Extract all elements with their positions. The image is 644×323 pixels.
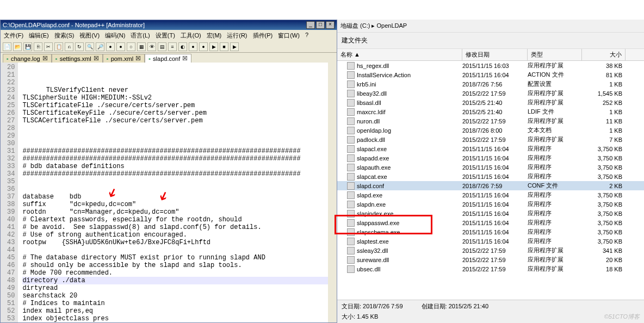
code-line[interactable]: TLSCertificateKeyFile ./secure/certs/ser… xyxy=(22,109,206,117)
code-line[interactable]: # should only be accessible by the slapd… xyxy=(22,262,242,269)
maximize-button[interactable]: □ xyxy=(316,21,325,29)
toolbar-icon[interactable]: ◐ xyxy=(178,42,187,51)
toolbar-icon[interactable]: 📄 xyxy=(3,42,11,51)
toolbar-icon[interactable]: ⎌ xyxy=(65,42,73,51)
toolbar-icon[interactable]: ● xyxy=(189,42,197,51)
editor-tab[interactable]: ▪change.log☒ xyxy=(3,54,52,63)
minimize-button[interactable]: _ xyxy=(306,21,315,29)
toolbar-icon[interactable]: ▤ xyxy=(158,42,166,51)
file-row[interactable]: hs_regex.dll2015/11/15 16:03应用程序扩展38 KB xyxy=(337,61,644,70)
file-row[interactable]: slaptest.exe2015/11/15 16:04应用程序3,750 KB xyxy=(337,237,644,246)
menu-item[interactable]: 运行(R) xyxy=(226,31,248,40)
toolbar-icon[interactable]: ⎘ xyxy=(34,42,42,51)
toolbar-icon[interactable]: 💾 xyxy=(23,42,32,51)
code-line[interactable]: # Mode 700 recommended. xyxy=(22,269,113,277)
toolbar-icon[interactable]: ● xyxy=(116,42,125,51)
menu-item[interactable]: 设置(T) xyxy=(154,31,176,40)
file-row[interactable]: slapdn.exe2015/11/15 16:04应用程序3,750 KB xyxy=(337,200,644,209)
toolbar-icon[interactable]: 👁 xyxy=(147,42,156,51)
file-list[interactable]: hs_regex.dll2015/11/15 16:03应用程序扩展38 KBI… xyxy=(337,61,644,300)
code-line[interactable]: TLSVerifyClient never xyxy=(46,86,128,94)
code-line[interactable]: ########################################… xyxy=(22,155,300,163)
code-line[interactable]: rootdn "cn=Manager,dc=kpedu,dc=com" xyxy=(22,208,179,216)
code-line[interactable]: index mail pres,eq xyxy=(22,307,93,315)
col-date[interactable]: 修改日期 xyxy=(462,49,528,60)
new-folder-button[interactable]: 建文件夹 xyxy=(337,33,644,49)
explorer-columns[interactable]: 名称 ▲ 修改日期 类型 大小 xyxy=(337,49,644,61)
npp-titlebar[interactable]: C:\OpenLDAP\slapd.conf - Notepad++ [Admi… xyxy=(1,20,337,30)
code-line[interactable]: ########################################… xyxy=(22,170,300,178)
tab-close-icon[interactable]: ☒ xyxy=(182,55,188,62)
editor-tab[interactable]: ▪slapd.conf☒ xyxy=(145,54,191,63)
file-row[interactable]: libsasl.dll2015/2/5 21:40应用程序扩展252 KB xyxy=(337,98,644,107)
tab-close-icon[interactable]: ☒ xyxy=(94,55,99,62)
col-size[interactable]: 大小 xyxy=(582,49,626,60)
vertical-scrollbar[interactable] xyxy=(328,63,337,322)
menu-item[interactable]: 宏(M) xyxy=(206,31,223,40)
code-line[interactable]: TLSCACertificateFile ./secure/certs/serv… xyxy=(22,117,202,125)
toolbar-icon[interactable]: 🔍 xyxy=(85,42,94,51)
code-line[interactable]: TLSCipherSuite HIGH:MEDIUM:-SSLv2 xyxy=(22,94,152,102)
code-line[interactable]: TLSCertificateFile ./secure/certs/server… xyxy=(22,102,195,109)
col-type[interactable]: 类型 xyxy=(528,49,582,60)
toolbar-icon[interactable]: ○ xyxy=(127,42,135,51)
file-row[interactable]: openldap.log2018/7/26 8:00文本文档1 KB xyxy=(337,126,644,135)
code-line[interactable]: index objectclass pres xyxy=(22,315,108,322)
code-line[interactable]: rootpw {SSHA}uUD5K6nUKw+te6J/BxeJFC8qFi+… xyxy=(22,239,210,246)
menu-item[interactable]: 编辑(E) xyxy=(28,31,50,40)
code-line[interactable]: dirtyread xyxy=(22,284,58,292)
toolbar-icon[interactable]: ▦ xyxy=(137,42,146,51)
explorer-address[interactable]: 地磁盘 (C:) ▸ OpenLDAP xyxy=(337,20,644,33)
toolbar-icon[interactable]: ▶ xyxy=(230,42,239,51)
menu-item[interactable]: 工具(O) xyxy=(179,31,202,40)
npp-editor[interactable]: 20 21 22 23 24 25 26 27 28 29 30 31 32 3… xyxy=(1,63,337,322)
file-row[interactable]: slapindex.exe2015/11/15 16:04应用程序3,750 K… xyxy=(337,209,644,218)
toolbar-icon[interactable]: ✂ xyxy=(44,42,53,51)
file-row[interactable]: padlock.dll2015/2/22 17:59应用程序扩展7 KB xyxy=(337,135,644,144)
menu-item[interactable]: ? xyxy=(304,31,309,40)
toolbar-icon[interactable]: ≡ xyxy=(168,42,177,51)
file-row[interactable]: krb5.ini2018/7/26 7:56配置设置1 KB xyxy=(337,79,644,89)
file-row[interactable]: sureware.dll2015/2/22 17:59应用程序扩展20 KB xyxy=(337,255,644,264)
file-row[interactable]: slapschema.exe2015/11/15 16:04应用程序3,750 … xyxy=(337,227,644,237)
code-line[interactable]: # Cleartext passwords, especially for th… xyxy=(22,216,242,223)
toolbar-icon[interactable]: ● xyxy=(106,42,115,51)
file-row[interactable]: InstallService.Action2015/11/15 16:04ACT… xyxy=(337,70,644,79)
menu-item[interactable]: 文件(F) xyxy=(3,31,24,40)
menu-item[interactable]: 视图(V) xyxy=(78,31,101,40)
tab-close-icon[interactable]: ☒ xyxy=(135,55,141,62)
code-line[interactable]: # be avoid. See slappasswd(8) and slapd.… xyxy=(22,223,261,231)
col-name[interactable]: 名称 ▲ xyxy=(337,49,462,60)
menu-item[interactable]: 插件(P) xyxy=(252,31,274,40)
toolbar-icon[interactable]: 📋 xyxy=(54,42,63,51)
code-line[interactable]: ########################################… xyxy=(22,147,300,155)
code-line[interactable]: suffix "dc=kpedu,dc=com" xyxy=(22,201,136,208)
code-line[interactable]: # bdb database definitions xyxy=(22,163,124,170)
toolbar-icon[interactable]: 🔎 xyxy=(96,42,104,51)
toolbar-icon[interactable]: 📂 xyxy=(13,42,22,51)
code-line[interactable]: # Use of strong authentication encourage… xyxy=(22,231,187,239)
toolbar-icon[interactable]: ● xyxy=(199,42,208,51)
menu-item[interactable]: 编码(N) xyxy=(104,31,126,40)
editor-tab[interactable]: ▪settings.xml☒ xyxy=(52,54,103,63)
editor-tab[interactable]: ▪pom.xml☒ xyxy=(103,54,145,63)
file-row[interactable]: slapd.conf2018/7/26 7:59CONF 文件2 KB xyxy=(337,181,644,190)
toolbar-icon[interactable]: ■ xyxy=(220,42,228,51)
close-button[interactable]: × xyxy=(326,21,335,29)
code-line[interactable]: searchstack 20 xyxy=(22,292,77,300)
file-row[interactable]: libeay32.dll2015/2/22 17:59应用程序扩展1,545 K… xyxy=(337,89,644,98)
file-row[interactable]: slapacl.exe2015/11/15 16:04应用程序3,750 KB xyxy=(337,144,644,153)
code-line[interactable]: directory ./data xyxy=(22,277,328,284)
menu-item[interactable]: 语言(L) xyxy=(129,31,151,40)
file-row[interactable]: ssleay32.dll2015/2/22 17:59应用程序扩展341 KB xyxy=(337,246,644,255)
file-row[interactable]: slapd.exe2015/11/15 16:04应用程序3,750 KB xyxy=(337,190,644,200)
code-line[interactable]: # Indices to maintain xyxy=(22,300,104,307)
file-row[interactable]: nuron.dll2015/2/22 17:59应用程序扩展11 KB xyxy=(337,116,644,126)
menu-item[interactable]: 窗口(W) xyxy=(277,31,301,40)
toolbar-icon[interactable]: ↻ xyxy=(75,42,84,51)
file-row[interactable]: slappasswd.exe2015/11/15 16:04应用程序3,750 … xyxy=(337,218,644,227)
file-row[interactable]: maxcrc.ldif2015/2/5 21:40LDIF 文件1 KB xyxy=(337,107,644,116)
file-row[interactable]: ubsec.dll2015/2/22 17:59应用程序扩展18 KB xyxy=(337,264,644,274)
file-row[interactable]: slapadd.exe2015/11/15 16:04应用程序3,750 KB xyxy=(337,153,644,163)
file-row[interactable]: slapauth.exe2015/11/15 16:04应用程序3,750 KB xyxy=(337,163,644,172)
